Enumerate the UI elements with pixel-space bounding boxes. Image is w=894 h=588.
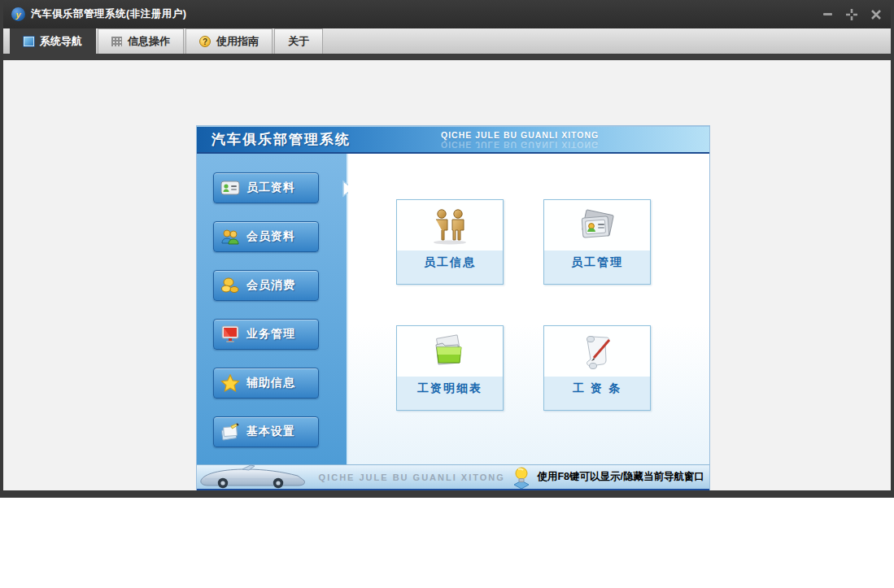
app-window: y 汽车俱乐部管理系统(非注册用户) 系统导航 信息: [0, 0, 894, 498]
panel-body: 员工资料: [197, 154, 709, 464]
sidebar-item-business-management[interactable]: 业务管理: [213, 319, 319, 350]
sidebar-item-basic-settings[interactable]: 基本设置: [213, 416, 319, 447]
close-button[interactable]: [870, 8, 883, 21]
help-badge-icon: ?: [199, 36, 211, 47]
panel-footer: QICHE JULE BU GUANLI XITONG 使用F8键可以显示/隐藏…: [197, 464, 709, 491]
tab-bar: 系统导航 信息操作 ? 使用指南 关于: [3, 28, 891, 54]
tile-employee-management[interactable]: 员工管理: [543, 199, 651, 285]
folder-card-icon: [576, 200, 618, 252]
tab-information-operations[interactable]: 信息操作: [98, 28, 184, 54]
tab-label: 信息操作: [128, 34, 170, 49]
app-logo-icon: y: [11, 7, 25, 21]
tile-label: 工 资 条: [573, 381, 621, 396]
sidebar-item-label: 会员消费: [246, 278, 295, 293]
titlebar: y 汽车俱乐部管理系统(非注册用户): [3, 0, 891, 28]
tile-payroll-detail[interactable]: 工资明细表: [396, 325, 504, 411]
footer-brand-text: QICHE JULE BU GUANLI XITONG: [312, 473, 511, 482]
lightbulb-icon: [511, 466, 532, 489]
close-icon: [871, 10, 881, 20]
scroll-pen-icon: [576, 326, 618, 378]
restore-icon: [846, 9, 857, 20]
tab-label: 系统导航: [40, 34, 82, 49]
monitor-icon: [220, 325, 240, 343]
panel-title: 汽车俱乐部管理系统: [212, 130, 351, 149]
sidebar-item-label: 会员资料: [246, 229, 295, 244]
members-icon: [220, 228, 240, 246]
footer-hint-text: 使用F8键可以显示/隐藏当前导航窗口: [537, 470, 704, 484]
car-icon: [197, 465, 312, 489]
sidebar-item-label: 辅助信息: [246, 376, 295, 390]
navigation-panel: 汽车俱乐部管理系统 QICHE JULE BU GUANLI XITONG QI…: [197, 126, 709, 491]
notebook-pen-icon: [220, 423, 240, 441]
panel-subtitle-reflection: QICHE JULE BU GUANLI XITONG: [441, 140, 599, 150]
tile-label: 员工管理: [571, 255, 623, 270]
tile-label: 员工信息: [424, 255, 476, 270]
tab-label: 关于: [288, 34, 309, 49]
sidebar-item-label: 业务管理: [246, 327, 295, 342]
sidebar: 员工资料: [197, 154, 348, 464]
panel-subtitle-wrap: QICHE JULE BU GUANLI XITONG QICHE JULE B…: [441, 130, 599, 150]
sidebar-item-label: 员工资料: [246, 181, 295, 195]
two-people-icon: [429, 200, 471, 252]
tab-about[interactable]: 关于: [274, 28, 323, 54]
panel-header: 汽车俱乐部管理系统 QICHE JULE BU GUANLI XITONG QI…: [197, 126, 709, 154]
tab-usage-guide[interactable]: ? 使用指南: [185, 28, 273, 54]
sidebar-item-employee-data[interactable]: 员工资料: [213, 172, 319, 203]
panel-subtitle: QICHE JULE BU GUANLI XITONG: [441, 130, 599, 140]
window-controls: [821, 8, 883, 21]
grid-icon: [111, 37, 122, 46]
tile-area: 员工信息: [348, 154, 709, 464]
coins-icon: [220, 277, 240, 294]
content-area: 汽车俱乐部管理系统 QICHE JULE BU GUANLI XITONG QI…: [3, 60, 891, 490]
tile-label: 工资明细表: [417, 381, 482, 396]
star-icon: [220, 374, 240, 392]
window-title: 汽车俱乐部管理系统(非注册用户): [31, 7, 186, 21]
minimize-button[interactable]: [821, 8, 834, 21]
minimize-icon: [823, 13, 832, 15]
tile-employee-info[interactable]: 员工信息: [396, 199, 504, 285]
id-card-icon: [220, 179, 240, 197]
sidebar-item-member-consumption[interactable]: 会员消费: [213, 270, 319, 301]
sidebar-item-label: 基本设置: [246, 425, 295, 439]
restore-button[interactable]: [845, 8, 858, 21]
blue-screen-icon: [24, 37, 34, 46]
tab-underline-strip: [3, 54, 891, 60]
tile-payslip[interactable]: 工 资 条: [543, 325, 651, 411]
tab-label: 使用指南: [216, 34, 259, 49]
sidebar-item-member-data[interactable]: 会员资料: [213, 221, 319, 252]
sidebar-item-auxiliary-info[interactable]: 辅助信息: [213, 368, 319, 399]
tab-system-navigation[interactable]: 系统导航: [10, 28, 96, 54]
green-folder-icon: [429, 326, 471, 378]
